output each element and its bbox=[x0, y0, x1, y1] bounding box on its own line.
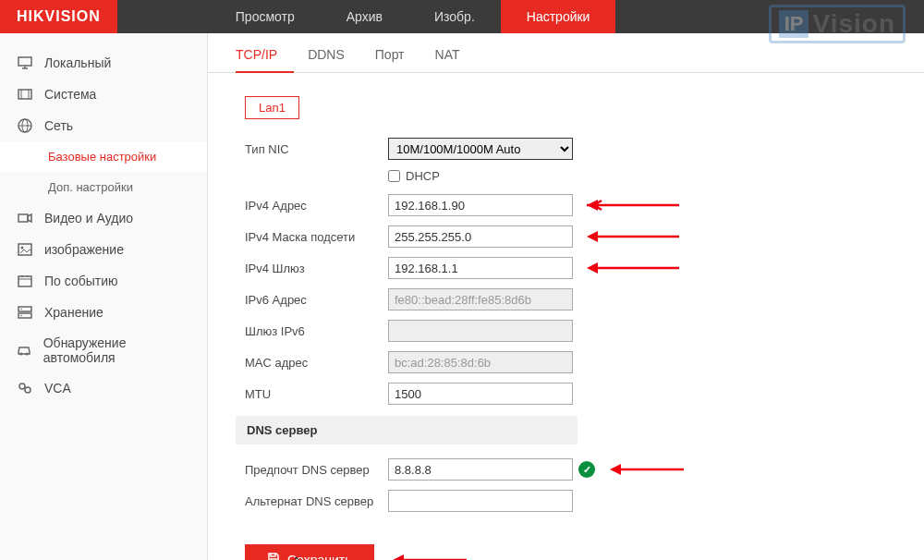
sidebar-item-vehicle[interactable]: Обнаружение автомобиля bbox=[0, 328, 207, 372]
storage-icon bbox=[17, 304, 33, 321]
nav-archive[interactable]: Архив bbox=[321, 0, 408, 33]
svg-point-11 bbox=[21, 247, 24, 250]
svg-rect-17 bbox=[18, 313, 31, 318]
row-ipv6-gateway: Шлюз IPv6 bbox=[245, 320, 887, 342]
sidebar-item-system[interactable]: Система bbox=[0, 79, 207, 110]
sidebar-label: Видео и Аудио bbox=[44, 211, 133, 225]
check-icon bbox=[578, 461, 595, 478]
sidebar-item-image[interactable]: изображение bbox=[0, 234, 207, 265]
nav-settings[interactable]: Настройки bbox=[501, 0, 616, 33]
sidebar-label: По событию bbox=[44, 274, 118, 288]
row-dhcp: DHCP bbox=[245, 169, 887, 183]
logo: HIKVISION bbox=[0, 0, 117, 33]
select-nic-type[interactable]: 10M/100M/1000M Auto bbox=[388, 138, 573, 160]
lan-tab[interactable]: Lan1 bbox=[245, 96, 299, 119]
input-ipv6-gateway bbox=[388, 320, 573, 342]
sidebar-label: Система bbox=[44, 87, 96, 102]
nav-preview[interactable]: Просмотр bbox=[210, 0, 321, 33]
row-preferred-dns: Предпочт DNS сервер bbox=[245, 458, 887, 481]
svg-rect-0 bbox=[18, 57, 31, 66]
sidebar-label: VCA bbox=[44, 381, 71, 396]
row-nic-type: Тип NIC 10M/100M/1000M Auto bbox=[245, 138, 887, 160]
car-icon bbox=[17, 342, 32, 359]
label-ipv4-mask: IPv4 Маска подсети bbox=[245, 230, 388, 244]
save-icon bbox=[267, 552, 280, 560]
input-mtu[interactable] bbox=[388, 383, 573, 405]
label-nic-type: Тип NIC bbox=[245, 142, 388, 156]
main: TCP/IP DDNS Порт NAT Lan1 Тип NIC 10M/10… bbox=[208, 33, 924, 560]
label-preferred-dns: Предпочт DNS сервер bbox=[245, 463, 388, 477]
input-ipv4-mask[interactable] bbox=[388, 225, 573, 248]
save-button[interactable]: Сохранить bbox=[245, 544, 374, 560]
sidebar-item-event[interactable]: По событию bbox=[0, 265, 207, 297]
tab-tcpip[interactable]: TCP/IP bbox=[236, 47, 294, 73]
arrow-icon bbox=[610, 463, 684, 476]
globe-icon bbox=[17, 117, 33, 134]
svg-point-18 bbox=[20, 309, 22, 310]
video-icon bbox=[17, 210, 33, 226]
svg-rect-3 bbox=[18, 90, 31, 99]
tab-port[interactable]: Порт bbox=[375, 47, 421, 72]
row-mtu: MTU bbox=[245, 383, 887, 405]
tabs: TCP/IP DDNS Порт NAT bbox=[208, 33, 924, 73]
image-icon bbox=[17, 241, 33, 258]
top-nav: Просмотр Архив Изобр. Настройки bbox=[210, 0, 616, 33]
sidebar-subitem-advanced[interactable]: Доп. настройки bbox=[0, 172, 207, 202]
svg-point-21 bbox=[26, 353, 29, 356]
label-dhcp: DHCP bbox=[406, 169, 440, 183]
header: HIKVISION Просмотр Архив Изобр. Настройк… bbox=[0, 0, 924, 33]
content: Локальный Система Сеть Базовые настройки… bbox=[0, 33, 924, 560]
svg-point-20 bbox=[20, 353, 23, 356]
svg-point-22 bbox=[19, 383, 25, 389]
label-mac-address: MAC адрес bbox=[245, 356, 388, 370]
sidebar-label: изображение bbox=[44, 242, 124, 257]
film-icon bbox=[17, 86, 33, 103]
arrow-icon bbox=[587, 230, 679, 243]
sidebar-label: Локальный bbox=[44, 55, 111, 70]
row-ipv6-address: IPv6 Адрес bbox=[245, 288, 887, 310]
arrow-icon bbox=[393, 554, 467, 560]
row-alternate-dns: Альтернат DNS сервер bbox=[245, 490, 887, 512]
row-mac-address: MAC адрес bbox=[245, 351, 887, 373]
label-mtu: MTU bbox=[245, 387, 388, 401]
row-ipv4-address: IPv4 Адрес bbox=[245, 194, 887, 216]
checkbox-dhcp[interactable] bbox=[388, 170, 400, 182]
label-alternate-dns: Альтернат DNS сервер bbox=[245, 494, 388, 508]
sidebar-subitem-basic[interactable]: Базовые настройки bbox=[0, 141, 207, 172]
row-ipv4-gateway: IPv4 Шлюз bbox=[245, 257, 887, 279]
logo-vision: VISION bbox=[45, 8, 101, 25]
save-button-label: Сохранить bbox=[287, 553, 352, 561]
label-ipv4-address: IPv4 Адрес bbox=[245, 199, 388, 213]
input-ipv4-gateway[interactable] bbox=[388, 257, 573, 279]
nav-image[interactable]: Изобр. bbox=[408, 0, 501, 33]
dns-section-header: DNS сервер bbox=[236, 416, 578, 444]
svg-rect-9 bbox=[18, 214, 28, 222]
svg-rect-12 bbox=[18, 276, 31, 286]
row-ipv4-mask: IPv4 Маска подсети bbox=[245, 225, 887, 248]
sidebar-item-local[interactable]: Локальный bbox=[0, 47, 207, 79]
svg-point-23 bbox=[25, 387, 30, 393]
sidebar-item-network[interactable]: Сеть bbox=[0, 110, 207, 141]
sidebar-item-vca[interactable]: VCA bbox=[0, 372, 207, 404]
arrow-icon bbox=[587, 262, 679, 274]
calendar-icon bbox=[17, 273, 33, 289]
arrow-icon bbox=[587, 199, 679, 212]
sidebar-label: Хранение bbox=[44, 305, 103, 320]
input-ipv4-address[interactable] bbox=[388, 194, 573, 216]
input-mac-address bbox=[388, 351, 573, 373]
sidebar-item-video-audio[interactable]: Видео и Аудио bbox=[0, 202, 207, 234]
label-ipv6-address: IPv6 Адрес bbox=[245, 293, 388, 307]
logo-hik: HIK bbox=[17, 8, 45, 25]
sidebar-label: Сеть bbox=[44, 118, 73, 133]
label-ipv6-gateway: Шлюз IPv6 bbox=[245, 324, 388, 338]
svg-point-19 bbox=[20, 315, 22, 317]
input-alternate-dns[interactable] bbox=[388, 490, 573, 512]
sidebar: Локальный Система Сеть Базовые настройки… bbox=[0, 33, 208, 560]
input-preferred-dns[interactable] bbox=[388, 458, 573, 481]
svg-rect-16 bbox=[18, 307, 31, 311]
sidebar-label: Обнаружение автомобиля bbox=[43, 335, 190, 365]
tab-nat[interactable]: NAT bbox=[435, 47, 477, 72]
sidebar-item-storage[interactable]: Хранение bbox=[0, 297, 207, 328]
form-area: Lan1 Тип NIC 10M/100M/1000M Auto DHCP IP… bbox=[208, 73, 924, 560]
tab-ddns[interactable]: DDNS bbox=[308, 47, 361, 72]
